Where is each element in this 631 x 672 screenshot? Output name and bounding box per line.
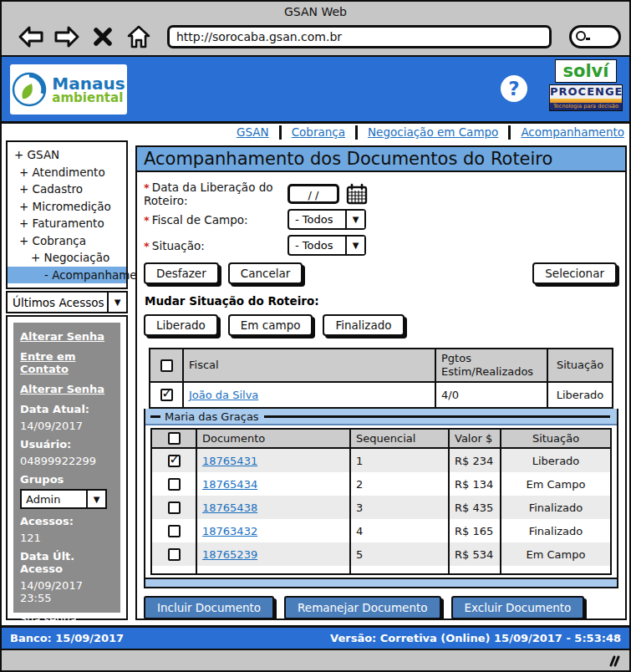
user-panel-container: Alterar Senha Entre em Contato Alterar S… <box>6 315 128 620</box>
search-box[interactable] <box>569 25 621 48</box>
data-liberacao-input[interactable]: / / <box>288 184 339 204</box>
forward-icon[interactable] <box>53 23 81 50</box>
url-input[interactable] <box>167 25 552 48</box>
acessos-value: 121 <box>20 532 114 544</box>
chevron-down-icon[interactable]: ▼ <box>107 293 126 312</box>
search-icon <box>576 31 586 41</box>
fiscal-campo-label: *Fiscal de Campo: <box>144 213 288 227</box>
desfazer-button[interactable]: Desfazer <box>144 262 219 284</box>
sequencial-value: 4 <box>351 519 450 542</box>
em-campo-button[interactable]: Em campo <box>228 314 313 336</box>
chevron-down-icon[interactable]: ▼ <box>345 237 364 254</box>
alterar-senha-link-2[interactable]: Alterar Senha <box>20 383 114 395</box>
liberado-button[interactable]: Liberado <box>144 314 218 336</box>
selecionar-button[interactable]: Selecionar <box>532 262 617 284</box>
nav-link-cobranca[interactable]: Cobrança <box>292 125 345 139</box>
doc-checkbox[interactable] <box>168 501 181 514</box>
table-row: João da Silva 4/0 Liberado <box>150 383 612 407</box>
col-valor: Valor $ <box>450 430 501 447</box>
cancelar-button[interactable]: Cancelar <box>228 262 303 284</box>
documentos-group: Maria das Graças Documento Sequencial Va… <box>144 409 618 588</box>
tree-item-micromedicao[interactable]: + Micromedição <box>8 198 126 216</box>
resize-handle-icon[interactable] <box>606 654 621 671</box>
tree-item-negociacao[interactable]: + Negociação <box>8 249 126 267</box>
filter-form: *Data da Liberação do Roteiro: / / *Fisc… <box>137 172 625 260</box>
documento-link[interactable]: 18765239 <box>202 548 257 561</box>
tree-item-acompanhamento[interactable]: - Acompanhamento <box>8 267 126 284</box>
home-icon[interactable] <box>125 23 153 50</box>
valor-value: R$ 534 <box>450 542 501 566</box>
documento-link[interactable]: 18765431 <box>202 455 257 467</box>
breadcrumb-nav: GSAN Cobrança Negociação em Campo Acompa… <box>2 124 629 140</box>
fiscal-link[interactable]: João da Silva <box>189 389 258 401</box>
chevron-down-icon[interactable]: ▼ <box>345 211 364 228</box>
browser-chrome: GSAN Web <box>2 2 629 57</box>
mudar-situacao-label: Mudar Situação do Roteiro: <box>137 284 625 314</box>
col-pgtos: Pgtos Estim/Realizados <box>436 349 548 381</box>
acessos-label: Acessos: <box>20 515 114 527</box>
entre-em-contato-link[interactable]: Entre em Contato <box>20 350 114 375</box>
doc-situacao-value: Finalizado <box>501 496 610 519</box>
valor-value: R$ 134 <box>450 472 501 496</box>
doc-checkbox[interactable] <box>168 478 181 491</box>
page-title: Acompanhamento dos Documentos do Roteiro <box>137 147 625 172</box>
fiscal-campo-dropdown[interactable]: - Todos ▼ <box>288 209 366 230</box>
ultimos-acessos-dropdown[interactable]: Últimos Acessos ▼ <box>6 291 128 313</box>
doc-checkbox[interactable] <box>168 548 181 561</box>
help-icon[interactable]: ? <box>501 75 527 102</box>
data-atual-value: 14/09/2017 <box>20 420 114 432</box>
alterar-senha-link-1[interactable]: Alterar Senha <box>20 330 114 343</box>
status-bar: Banco: 15/09/2017 Versão: Corretiva (Onl… <box>2 625 629 650</box>
back-icon[interactable] <box>17 23 45 50</box>
tree-item-faturamento[interactable]: + Faturamento <box>8 215 126 232</box>
chevron-down-icon[interactable]: ▼ <box>86 491 105 507</box>
nav-link-negociacao[interactable]: Negociação em Campo <box>368 125 498 139</box>
grupo-dropdown[interactable]: Admin ▼ <box>20 489 107 509</box>
col-situacao: Situação <box>548 349 612 381</box>
documento-link[interactable]: 18763432 <box>202 525 257 537</box>
col-sequencial: Sequencial <box>351 430 450 447</box>
valor-value: R$ 165 <box>450 519 501 542</box>
group-legend: Maria das Graças <box>145 409 617 425</box>
valor-value: R$ 435 <box>450 496 501 519</box>
tree-item-atendimento[interactable]: + Atendimento <box>8 164 126 181</box>
row-checkbox[interactable] <box>160 389 173 401</box>
doc-checkbox[interactable] <box>168 455 181 467</box>
remanejar-documento-button[interactable]: Remanejar Documento <box>284 596 440 619</box>
group-legend-label: Maria das Graças <box>165 410 259 423</box>
tree-item-gsan[interactable]: + GSAN <box>8 146 126 164</box>
group-bottom-band <box>145 578 617 587</box>
finalizado-button[interactable]: Finalizado <box>323 314 404 336</box>
logo-line1: Manaus <box>52 75 125 92</box>
sequencial-value: 2 <box>351 472 450 496</box>
action-buttons: Incluir Documento Remanejar Documento Ex… <box>137 588 625 620</box>
doc-situacao-value: Em Campo <box>501 542 610 566</box>
select-all-checkbox[interactable] <box>160 359 173 372</box>
fiscal-table-header: Fiscal Pgtos Estim/Realizados Situação <box>150 349 612 383</box>
select-all-docs-checkbox[interactable] <box>168 432 181 445</box>
excluir-documento-button[interactable]: Excluir Documento <box>451 596 585 619</box>
procenge-logo: PROCENGE Tecnologia para decisão <box>549 84 623 111</box>
tree-item-cadastro[interactable]: + Cadastro <box>8 181 126 198</box>
documento-link[interactable]: 18765438 <box>202 501 257 514</box>
procenge-tagline: Tecnologia para decisão <box>550 103 622 110</box>
situacao-dropdown[interactable]: - Todos ▼ <box>288 235 366 256</box>
incluir-documento-button[interactable]: Incluir Documento <box>144 596 274 619</box>
nav-link-acompanhamento[interactable]: Acompanhamento <box>521 125 624 139</box>
bottom-strip <box>2 652 629 670</box>
doc-checkbox[interactable] <box>168 525 181 537</box>
tree-item-cobranca[interactable]: + Cobrança <box>8 232 126 250</box>
documento-link[interactable]: 18765434 <box>202 478 257 491</box>
stop-icon[interactable] <box>89 23 117 50</box>
user-panel: Alterar Senha Entre em Contato Alterar S… <box>13 323 120 613</box>
nav-link-gsan[interactable]: GSAN <box>237 125 269 139</box>
sequencial-value: 3 <box>351 496 450 519</box>
data-liberacao-label: *Data da Liberação do Roteiro: <box>144 181 288 207</box>
usuario-value: 04899922299 <box>20 455 114 467</box>
fiscal-table: Fiscal Pgtos Estim/Realizados Situação J… <box>149 348 613 409</box>
doc-situacao-value: Finalizado <box>501 519 610 542</box>
situacao-value: Liberado <box>548 383 612 407</box>
calendar-icon[interactable] <box>346 183 368 205</box>
doc-situacao-value: Liberado <box>501 449 610 472</box>
solvi-procenge-logo: solví PROCENGE Tecnologia para decisão <box>549 59 623 111</box>
